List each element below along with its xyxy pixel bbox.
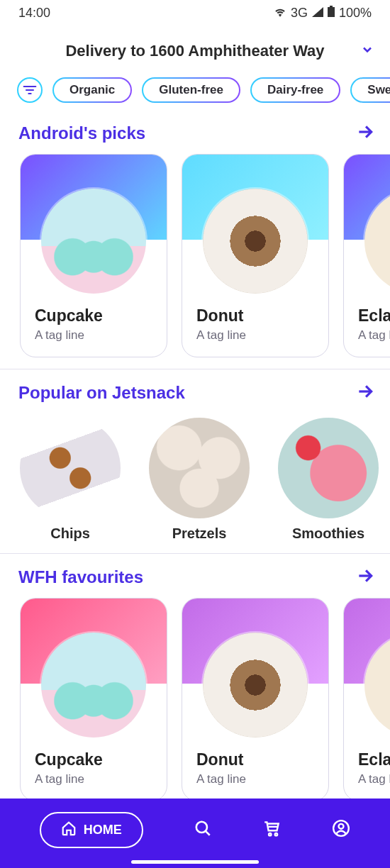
svg-point-10 — [269, 833, 271, 835]
arrow-right-icon[interactable] — [356, 382, 374, 404]
home-icon — [61, 820, 77, 840]
status-time: 14:00 — [18, 6, 50, 21]
svg-point-11 — [274, 833, 277, 835]
snack-tagline: A tag line — [358, 328, 390, 343]
bottom-nav: HOME — [0, 799, 390, 868]
popular-item[interactable]: Chips — [20, 418, 121, 542]
status-right: 3G 100% — [274, 6, 372, 21]
popular-image — [278, 418, 379, 518]
status-bar: 14:00 3G 100% — [0, 0, 390, 25]
snack-card[interactable]: Eclair A tag line — [343, 154, 390, 357]
delivery-address: Delivery to 1600 Amphitheater Way — [65, 42, 324, 60]
snack-tagline: A tag line — [196, 328, 314, 343]
battery-label: 100% — [339, 6, 372, 21]
section-title-wfh: WFH favourites — [18, 567, 143, 587]
snack-name: Eclair — [358, 750, 390, 769]
wifi-icon — [274, 6, 286, 21]
section-title-popular: Popular on Jetsnack — [18, 383, 185, 403]
snack-tagline: A tag line — [196, 772, 314, 786]
filter-chip-dairy-free[interactable]: Dairy-free — [250, 77, 340, 103]
nav-search[interactable] — [194, 819, 212, 840]
snack-image — [41, 633, 146, 738]
popular-item[interactable]: Pretzels — [149, 418, 250, 542]
snack-card[interactable]: Cupcake A tag line — [20, 598, 167, 801]
section-title-picks: Android's picks — [18, 123, 145, 143]
svg-point-8 — [196, 822, 207, 833]
snack-name: Donut — [196, 306, 314, 326]
svg-rect-1 — [328, 7, 335, 17]
picks-cards-row[interactable]: Cupcake A tag line Donut A tag line Ecla… — [0, 152, 390, 369]
filter-chip-sweet[interactable]: Sweet — [350, 77, 390, 103]
snack-name: Eclair — [358, 306, 390, 326]
popular-item[interactable]: Smoothies — [278, 418, 379, 542]
snack-card[interactable]: Donut A tag line — [182, 154, 329, 357]
svg-point-14 — [339, 824, 344, 829]
snack-image — [203, 189, 308, 294]
filter-row[interactable]: Organic Gluten-free Dairy-free Sweet — [0, 72, 390, 110]
arrow-right-icon[interactable] — [356, 123, 374, 144]
snack-card[interactable]: Cupcake A tag line — [20, 154, 167, 357]
section-header-popular: Popular on Jetsnack — [0, 369, 390, 412]
nav-home-label: HOME — [84, 823, 122, 838]
popular-label: Pretzels — [149, 525, 250, 542]
wfh-cards-row[interactable]: Cupcake A tag line Donut A tag line Ecla… — [0, 596, 390, 801]
battery-icon — [328, 6, 335, 21]
gesture-bar — [131, 860, 259, 864]
delivery-header[interactable]: Delivery to 1600 Amphitheater Way — [0, 25, 390, 72]
filter-chip-organic[interactable]: Organic — [52, 77, 132, 103]
snack-tagline: A tag line — [35, 772, 152, 786]
popular-label: Chips — [20, 525, 121, 542]
snack-card[interactable]: Eclair A tag line — [343, 598, 390, 801]
snack-name: Cupcake — [35, 306, 152, 326]
snack-image — [41, 189, 146, 294]
snack-tagline: A tag line — [358, 772, 390, 786]
snack-name: Donut — [196, 750, 314, 769]
nav-home[interactable]: HOME — [40, 812, 143, 848]
popular-image — [149, 418, 250, 518]
svg-rect-0 — [330, 6, 333, 7]
nav-cart[interactable] — [263, 819, 282, 840]
arrow-right-icon[interactable] — [356, 567, 374, 588]
network-label: 3G — [291, 6, 308, 21]
section-header-picks: Android's picks — [0, 110, 390, 152]
section-header-wfh: WFH favourites — [0, 554, 390, 596]
signal-icon — [312, 6, 323, 21]
snack-name: Cupcake — [35, 750, 152, 769]
popular-row[interactable]: Chips Pretzels Smoothies — [0, 412, 390, 553]
filter-icon[interactable] — [17, 77, 43, 103]
snack-card[interactable]: Donut A tag line — [182, 598, 329, 801]
popular-image — [20, 418, 121, 518]
snack-tagline: A tag line — [35, 328, 152, 343]
nav-profile[interactable] — [332, 819, 350, 840]
filter-chip-gluten-free[interactable]: Gluten-free — [142, 77, 240, 103]
snack-image — [203, 633, 308, 738]
popular-label: Smoothies — [278, 525, 379, 542]
chevron-down-icon — [360, 43, 374, 60]
svg-line-9 — [206, 831, 210, 835]
